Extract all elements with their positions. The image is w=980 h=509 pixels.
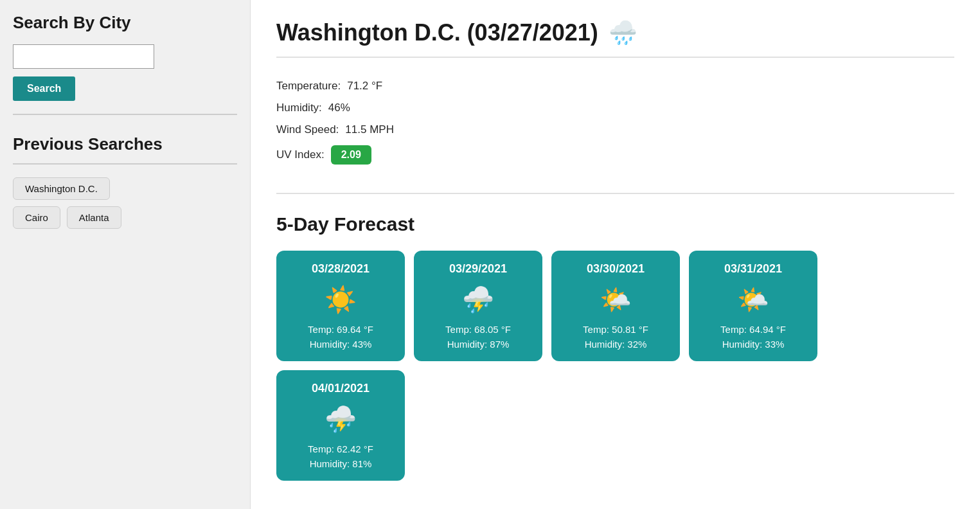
header-weather-icon: 🌧️ — [609, 19, 637, 46]
forecast-date-1: 03/29/2021 — [424, 262, 532, 276]
temperature-stat: Temperature: 71.2 °F — [276, 80, 954, 93]
temperature-value: 71.2 °F — [347, 80, 382, 93]
forecast-grid: 03/28/2021 ☀️ Temp: 69.64 °F Humidity: 4… — [276, 251, 954, 481]
previous-searches-row-0: Washington D.C. — [13, 177, 237, 200]
forecast-icon-3: 🌤️ — [699, 285, 807, 315]
humidity-label: Humidity: — [276, 102, 322, 114]
city-title: Washington D.C. (03/27/2021) — [276, 19, 598, 46]
search-input[interactable] — [13, 44, 154, 69]
forecast-temp-4: Temp: 62.42 °F — [287, 443, 395, 454]
forecast-card-1: 03/29/2021 ⛈️ Temp: 68.05 °F Humidity: 8… — [414, 251, 542, 361]
forecast-card-0: 03/28/2021 ☀️ Temp: 69.64 °F Humidity: 4… — [276, 251, 405, 361]
forecast-section: 5-Day Forecast 03/28/2021 ☀️ Temp: 69.64… — [276, 213, 954, 481]
current-weather: Temperature: 71.2 °F Humidity: 46% Wind … — [276, 73, 954, 194]
forecast-icon-2: 🌤️ — [562, 285, 670, 315]
previous-searches-section: Previous Searches Washington D.C. Cairo … — [13, 128, 237, 229]
forecast-humidity-4: Humidity: 81% — [287, 458, 395, 469]
forecast-icon-0: ☀️ — [287, 285, 395, 315]
forecast-temp-2: Temp: 50.81 °F — [562, 324, 670, 335]
previous-searches-title: Previous Searches — [13, 134, 237, 165]
forecast-temp-0: Temp: 69.64 °F — [287, 324, 395, 335]
previous-search-atlanta[interactable]: Atlanta — [67, 206, 121, 229]
uv-index-stat: UV Index: 2.09 — [276, 145, 954, 165]
forecast-date-3: 03/31/2021 — [699, 262, 807, 276]
humidity-stat: Humidity: 46% — [276, 102, 954, 114]
previous-searches-row-1: Cairo Atlanta — [13, 206, 237, 229]
forecast-title: 5-Day Forecast — [276, 213, 954, 235]
humidity-value: 46% — [328, 102, 350, 114]
forecast-icon-4: ⛈️ — [287, 404, 395, 434]
forecast-humidity-1: Humidity: 87% — [424, 339, 532, 350]
search-section: Search By City Search — [13, 13, 237, 115]
forecast-date-0: 03/28/2021 — [287, 262, 395, 276]
sidebar: Search By City Search Previous Searches … — [0, 0, 251, 509]
forecast-temp-1: Temp: 68.05 °F — [424, 324, 532, 335]
forecast-humidity-2: Humidity: 32% — [562, 339, 670, 350]
forecast-card-2: 03/30/2021 🌤️ Temp: 50.81 °F Humidity: 3… — [551, 251, 680, 361]
main-content: Washington D.C. (03/27/2021) 🌧️ Temperat… — [251, 0, 980, 509]
forecast-card-4: 04/01/2021 ⛈️ Temp: 62.42 °F Humidity: 8… — [276, 370, 405, 481]
wind-speed-stat: Wind Speed: 11.5 MPH — [276, 123, 954, 136]
forecast-date-4: 04/01/2021 — [287, 382, 395, 395]
previous-search-cairo[interactable]: Cairo — [13, 206, 60, 229]
forecast-temp-3: Temp: 64.94 °F — [699, 324, 807, 335]
temperature-label: Temperature: — [276, 80, 341, 93]
search-button[interactable]: Search — [13, 76, 75, 101]
uv-index-label: UV Index: — [276, 148, 325, 161]
search-by-city-title: Search By City — [13, 13, 237, 33]
uv-index-badge: 2.09 — [331, 145, 371, 165]
wind-speed-label: Wind Speed: — [276, 123, 339, 136]
forecast-icon-1: ⛈️ — [424, 285, 532, 315]
forecast-date-2: 03/30/2021 — [562, 262, 670, 276]
city-header: Washington D.C. (03/27/2021) 🌧️ — [276, 19, 954, 58]
previous-search-washington[interactable]: Washington D.C. — [13, 177, 110, 200]
wind-speed-value: 11.5 MPH — [345, 123, 394, 136]
forecast-card-3: 03/31/2021 🌤️ Temp: 64.94 °F Humidity: 3… — [689, 251, 817, 361]
forecast-humidity-0: Humidity: 43% — [287, 339, 395, 350]
forecast-humidity-3: Humidity: 33% — [699, 339, 807, 350]
